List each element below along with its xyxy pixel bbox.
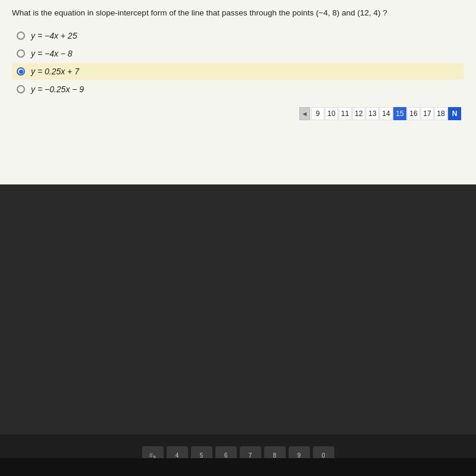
page-9[interactable]: 9 (311, 107, 324, 120)
option-2-formula: y = −4x − 8 (31, 49, 73, 58)
option-4-formula: y = −0.25x − 9 (31, 84, 84, 94)
page-11[interactable]: 11 (339, 107, 352, 120)
screen-area: What is the equation in slope-intercept … (0, 0, 476, 184)
radio-1[interactable] (17, 32, 25, 40)
prev-page-button[interactable]: ◄ (299, 107, 310, 120)
option-4[interactable]: y = −0.25x − 9 (12, 81, 464, 98)
page-10[interactable]: 10 (325, 107, 338, 120)
option-3-formula: y = 0.25x + 7 (31, 67, 79, 76)
radio-2[interactable] (17, 49, 25, 58)
options-list: y = −4x + 25 y = −4x − 8 y = 0.25x + 7 y… (12, 27, 464, 98)
page-14[interactable]: 14 (380, 107, 393, 120)
page-18[interactable]: 18 (434, 107, 447, 120)
option-1-formula: y = −4x + 25 (31, 31, 77, 40)
option-2[interactable]: y = −4x − 8 (12, 45, 464, 62)
question-text: What is the equation in slope-intercept … (12, 7, 464, 19)
option-1[interactable]: y = −4x + 25 (12, 27, 464, 44)
radio-4[interactable] (17, 85, 25, 93)
pagination-row: ◄ 9 10 11 12 13 14 15 16 17 18 N (12, 104, 464, 124)
page-12[interactable]: 12 (352, 107, 365, 120)
bottom-bezel (0, 458, 476, 476)
page-15-active[interactable]: 15 (393, 107, 406, 120)
radio-3[interactable] (17, 67, 25, 76)
option-3[interactable]: y = 0.25x + 7 (12, 63, 464, 80)
page-17[interactable]: 17 (421, 107, 434, 120)
page-16[interactable]: 16 (407, 107, 420, 120)
page-13[interactable]: 13 (366, 107, 379, 120)
next-page-button[interactable]: N (448, 107, 461, 120)
laptop-bezel: #3 4 5 6 7 8 9 0 W E R T Y U I O P D F G… (0, 184, 476, 476)
radio-3-fill (19, 70, 23, 74)
